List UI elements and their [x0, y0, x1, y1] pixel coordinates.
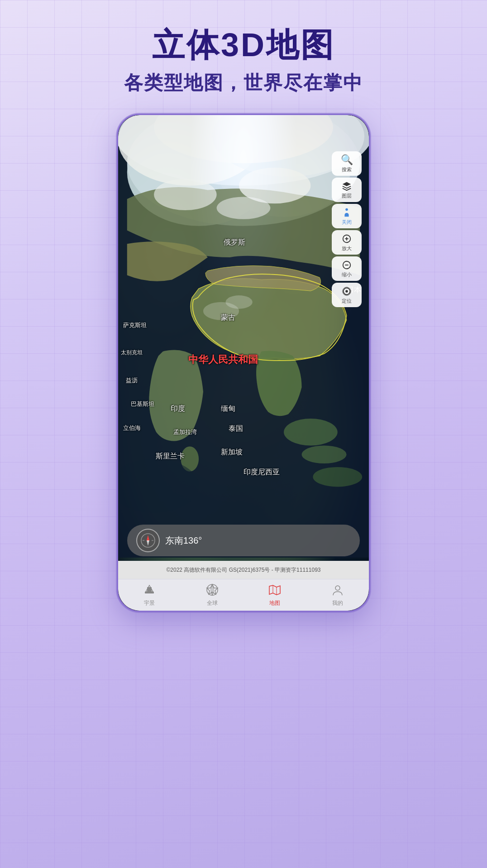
- nav-profile[interactable]: 我的: [324, 581, 351, 610]
- locate-icon: [342, 286, 352, 296]
- svg-point-17: [217, 197, 271, 219]
- compass-icon: [136, 529, 160, 552]
- map-icon: [268, 583, 281, 598]
- zoom-in-button[interactable]: 放大: [332, 230, 362, 255]
- svg-marker-30: [147, 540, 149, 546]
- svg-point-18: [345, 208, 348, 211]
- zoom-in-icon: [342, 234, 352, 244]
- locate-label: 定位: [342, 298, 352, 304]
- svg-point-5: [302, 446, 347, 464]
- globe-label: 全球: [207, 599, 218, 607]
- map-background: 俄罗斯 蒙古 中华人民共和国 萨克斯坦 太别克坦 益沥 巴基斯坦 印度 缅甸 泰…: [118, 115, 369, 561]
- header-section: 立体3D地图 各类型地图，世界尽在掌中: [0, 0, 487, 114]
- zoom-out-icon: [342, 260, 352, 270]
- search-icon: 🔍: [341, 155, 353, 165]
- nav-globe[interactable]: 全球: [199, 581, 226, 610]
- phone-container: 俄罗斯 蒙古 中华人民共和国 萨克斯坦 太别克坦 益沥 巴基斯坦 印度 缅甸 泰…: [117, 114, 370, 612]
- svg-point-24: [345, 290, 348, 293]
- zoom-out-label: 缩小: [342, 271, 352, 278]
- street-label: 宇景: [144, 599, 155, 607]
- svg-marker-29: [147, 535, 149, 540]
- svg-point-9: [225, 295, 252, 309]
- copyright-text: ©2022 高德软件有限公司 GS(2021)6375号 - 甲测资字11111…: [167, 566, 321, 574]
- layers-icon: [342, 181, 352, 191]
- profile-icon: [331, 583, 344, 598]
- copyright-bar: ©2022 高德软件有限公司 GS(2021)6375号 - 甲测资字11111…: [118, 561, 369, 579]
- globe-icon: [206, 583, 219, 598]
- compass-bar: 东南136°: [127, 525, 360, 556]
- profile-label: 我的: [332, 599, 343, 607]
- locate-button[interactable]: 定位: [332, 283, 362, 307]
- bottom-navigation: 宇景 全球: [118, 579, 369, 611]
- phone-frame: 俄罗斯 蒙古 中华人民共和国 萨克斯坦 太别克坦 益沥 巴基斯坦 印度 缅甸 泰…: [117, 114, 370, 612]
- layers-button[interactable]: 图层: [332, 178, 362, 202]
- svg-point-16: [154, 179, 217, 210]
- map-label-nav: 地图: [269, 599, 280, 607]
- street-icon: [143, 583, 156, 598]
- person-icon: [342, 207, 352, 217]
- map-svg: [118, 115, 369, 561]
- zoom-in-label: 放大: [342, 245, 352, 252]
- svg-rect-36: [148, 589, 151, 592]
- search-button[interactable]: 🔍 搜索: [332, 151, 362, 176]
- nav-street[interactable]: 宇景: [136, 581, 163, 610]
- zoom-out-button[interactable]: 缩小: [332, 256, 362, 281]
- compass-svg: [140, 533, 156, 548]
- search-label: 搜索: [342, 166, 352, 173]
- svg-point-6: [313, 467, 362, 487]
- svg-point-4: [284, 419, 338, 445]
- sub-title: 各类型地图，世界尽在掌中: [0, 70, 487, 96]
- street-view-button[interactable]: 关闭: [332, 204, 362, 228]
- street-view-label: 关闭: [342, 219, 352, 226]
- svg-point-42: [335, 586, 340, 590]
- main-title: 立体3D地图: [0, 27, 487, 63]
- layers-label: 图层: [342, 193, 352, 199]
- compass-direction: 东南136°: [165, 535, 202, 547]
- phone-screen: 俄罗斯 蒙古 中华人民共和国 萨克斯坦 太别克坦 益沥 巴基斯坦 印度 缅甸 泰…: [118, 115, 369, 611]
- map-toolbar: 🔍 搜索 图层: [332, 151, 362, 307]
- nav-map[interactable]: 地图: [261, 581, 288, 610]
